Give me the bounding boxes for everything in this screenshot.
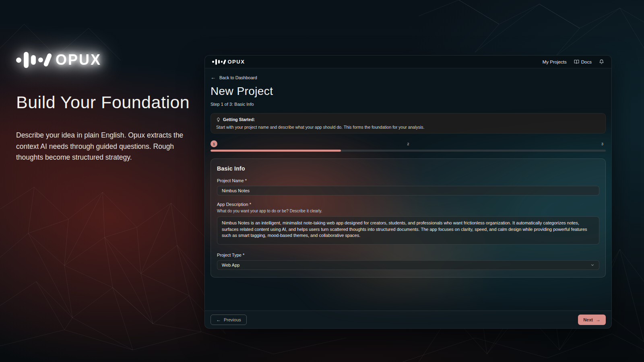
header-nav: My Projects Docs <box>543 59 604 64</box>
project-name-label: Project Name * <box>217 178 599 183</box>
getting-started-tip: Getting Started: Start with your project… <box>211 113 606 134</box>
step-2-label[interactable]: 2 <box>405 142 412 146</box>
lightbulb-icon <box>216 117 221 122</box>
tip-title: Getting Started: <box>223 117 255 122</box>
page-title: New Project <box>211 85 606 98</box>
nav-my-projects[interactable]: My Projects <box>543 60 567 64</box>
tip-body: Start with your project name and describ… <box>216 125 600 130</box>
chevron-down-icon <box>590 263 594 267</box>
progress-fill <box>211 150 341 152</box>
hero-panel: OPUX Build Your Foundation Describe your… <box>16 51 193 163</box>
book-icon <box>574 59 579 64</box>
step-1-badge[interactable]: 1 <box>211 140 217 147</box>
opux-logo-icon <box>16 51 50 69</box>
opux-logo-icon-small <box>212 59 225 65</box>
step-3-label[interactable]: 3 <box>599 142 606 146</box>
header-logo[interactable]: OPUX <box>212 59 245 65</box>
step-indicator-text: Step 1 of 3: Basic Info <box>211 102 606 107</box>
arrow-left-icon: ← <box>211 74 216 80</box>
hero-heading: Build Your Foundation <box>16 93 193 112</box>
my-projects-label: My Projects <box>543 60 567 64</box>
wizard-footer: ← Previous Next → <box>205 311 611 328</box>
next-label: Next <box>583 317 593 322</box>
window-header: OPUX My Projects Docs <box>205 56 611 68</box>
back-to-dashboard-link[interactable]: ← Back to Dashboard <box>211 74 606 80</box>
project-type-select[interactable]: Web App <box>217 260 599 270</box>
card-title: Basic Info <box>217 165 599 172</box>
hero-logo-text: OPUX <box>56 51 101 68</box>
basic-info-card: Basic Info Project Name * App Descriptio… <box>211 158 606 278</box>
app-description-label: App Description * <box>217 202 599 207</box>
bell-icon <box>599 59 604 64</box>
project-type-value: Web App <box>222 263 239 267</box>
notifications-button[interactable] <box>599 59 604 64</box>
progress-bar <box>211 150 606 152</box>
nav-docs[interactable]: Docs <box>574 59 592 64</box>
window-body: ← Back to Dashboard New Project Step 1 o… <box>205 74 611 278</box>
progress-steps: 1 2 3 <box>211 140 606 147</box>
next-button[interactable]: Next → <box>578 315 606 325</box>
project-type-label: Project Type * <box>217 253 599 257</box>
arrow-left-icon: ← <box>216 317 221 323</box>
previous-button[interactable]: ← Previous <box>211 315 247 325</box>
header-logo-text: OPUX <box>228 59 245 65</box>
hero-description: Describe your idea in plain English. Opu… <box>16 130 189 163</box>
app-description-textarea[interactable]: Nimbus Notes is an intelligent, minimali… <box>217 216 599 245</box>
previous-label: Previous <box>224 317 241 322</box>
back-link-label: Back to Dashboard <box>219 75 257 80</box>
arrow-right-icon: → <box>596 317 601 323</box>
project-name-input[interactable] <box>217 186 599 195</box>
hero-logo: OPUX <box>16 51 193 69</box>
docs-label: Docs <box>581 60 592 64</box>
app-description-hint: What do you want your app to do or be? D… <box>217 209 599 213</box>
app-window: OPUX My Projects Docs ← Back to Dashboar… <box>204 55 612 329</box>
